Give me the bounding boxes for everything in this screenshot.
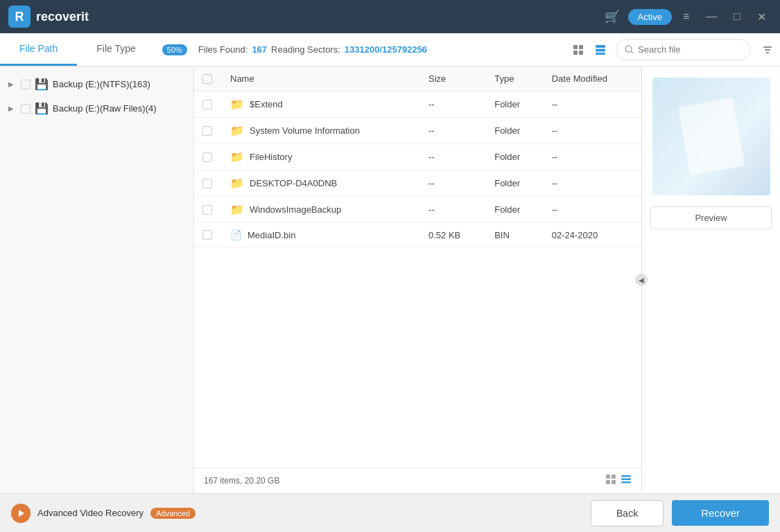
svg-rect-13 (612, 475, 616, 479)
row-size-cell: -- (420, 144, 486, 170)
row-type-cell: BIN (486, 223, 543, 247)
recover-button[interactable]: Recover (672, 500, 769, 526)
svg-rect-18 (621, 481, 631, 484)
svg-rect-4 (596, 45, 605, 48)
row-date-cell: -- (544, 144, 641, 170)
preview-placeholder (677, 98, 744, 175)
progress-badge: 50% (162, 44, 187, 55)
footer-grid-view-button[interactable] (605, 474, 616, 488)
table-row[interactable]: 📁System Volume Information--Folder-- (194, 118, 641, 144)
tree-expand-arrow-raw: ▶ (8, 105, 17, 112)
table-row[interactable]: 📁WindowsImageBackup--Folder-- (194, 197, 641, 223)
file-icon: 📄 (230, 229, 242, 240)
file-list-footer: 167 items, 20.20 GB (194, 468, 641, 493)
row-filename: $Extend (250, 99, 283, 109)
logo-icon: R (8, 6, 31, 28)
row-filename: FileHistory (250, 152, 292, 162)
scan-info: 50% Files Found: 167 Reading Sectors: 13… (155, 33, 434, 66)
folder-icon: 📁 (230, 177, 244, 190)
row-size-cell: -- (420, 118, 486, 144)
svg-rect-6 (596, 53, 605, 55)
footer-items-label: 167 items, 20.20 GB (204, 476, 279, 486)
row-date-cell: -- (544, 91, 641, 118)
select-all-checkbox[interactable] (202, 74, 212, 84)
svg-rect-0 (573, 45, 578, 49)
row-checkbox-cell (194, 197, 222, 223)
sidebar-item-checkbox-raw[interactable] (21, 104, 31, 114)
table-row[interactable]: 📄MediaID.bin0.52 KBBIN02-24-2020 (194, 223, 641, 247)
svg-rect-5 (596, 48, 605, 51)
row-checkbox-cell (194, 91, 222, 118)
file-table: Name Size Type Date Modified 📁$Extend--F… (194, 66, 641, 468)
row-checkbox[interactable] (202, 179, 212, 188)
logo-text: recoverit (36, 10, 89, 24)
row-checkbox[interactable] (202, 100, 212, 109)
close-button[interactable]: ✕ (752, 8, 772, 26)
row-name-cell: 📁$Extend (222, 91, 420, 118)
row-date-cell: -- (544, 170, 641, 197)
sidebar: ▶ 💾 Backup (E:)(NTFS)(163) ▶ 💾 Backup (E… (0, 66, 194, 493)
app-logo: R recoverit (8, 6, 89, 28)
main-content: ▶ 💾 Backup (E:)(NTFS)(163) ▶ 💾 Backup (E… (0, 66, 780, 493)
minimize-button[interactable]: — (700, 8, 722, 26)
advanced-recovery-section: Advanced Video Recovery Advanced (11, 504, 582, 523)
maximize-button[interactable]: □ (728, 8, 746, 26)
row-filename: DESKTOP-D4A0DNB (250, 178, 337, 188)
title-bar: R recoverit 🛒 Active ≡ — □ ✕ (0, 0, 780, 33)
folder-icon: 📁 (230, 98, 244, 111)
sidebar-item-raw[interactable]: ▶ 💾 Backup (E:)(Raw Files)(4) (0, 96, 193, 121)
sidebar-item-label-raw: Backup (E:)(Raw Files)(4) (53, 103, 185, 114)
row-checkbox[interactable] (202, 230, 212, 240)
file-list-panel: Name Size Type Date Modified 📁$Extend--F… (194, 66, 641, 493)
svg-rect-16 (621, 475, 631, 477)
col-date-header: Date Modified (544, 66, 641, 91)
folder-icon: 📁 (230, 150, 244, 163)
row-type-cell: Folder (486, 197, 543, 223)
filter-button[interactable] (755, 33, 780, 66)
svg-rect-14 (606, 480, 610, 484)
title-bar-actions: 🛒 Active ≡ — □ ✕ (602, 6, 772, 27)
row-checkbox[interactable] (202, 205, 212, 215)
active-badge: Active (628, 9, 672, 25)
footer-view-buttons (605, 474, 632, 488)
menu-icon[interactable]: ≡ (677, 8, 695, 26)
row-type-cell: Folder (486, 118, 543, 144)
row-name-cell: 📁DESKTOP-D4A0DNB (222, 170, 420, 197)
row-size-cell: -- (420, 91, 486, 118)
advanced-video-icon (11, 504, 31, 523)
row-filename: System Volume Information (250, 125, 360, 136)
tab-bar: File Path File Type 50% Files Found: 167… (0, 33, 780, 66)
row-checkbox-cell (194, 170, 222, 197)
row-checkbox[interactable] (202, 152, 212, 162)
col-size-header: Size (420, 66, 486, 91)
sidebar-item-checkbox-ntfs[interactable] (21, 80, 31, 89)
row-name-cell: 📁System Volume Information (222, 118, 420, 144)
back-button[interactable]: Back (591, 500, 664, 526)
row-size-cell: -- (420, 170, 486, 197)
svg-line-8 (631, 51, 633, 53)
svg-rect-17 (621, 479, 631, 481)
grid-view-button[interactable] (567, 33, 589, 66)
row-checkbox[interactable] (202, 126, 212, 136)
tab-file-type[interactable]: File Type (77, 33, 155, 66)
sidebar-item-ntfs[interactable]: ▶ 💾 Backup (E:)(NTFS)(163) (0, 72, 193, 96)
drive-icon-ntfs: 💾 (35, 78, 49, 91)
row-date-cell: -- (544, 118, 641, 144)
row-date-cell: -- (544, 197, 641, 223)
row-date-cell: 02-24-2020 (544, 223, 641, 247)
tab-file-path[interactable]: File Path (0, 33, 77, 66)
table-row[interactable]: 📁DESKTOP-D4A0DNB--Folder-- (194, 170, 641, 197)
list-view-button[interactable] (589, 33, 612, 66)
svg-rect-2 (573, 51, 578, 55)
cart-icon[interactable]: 🛒 (602, 6, 623, 27)
footer-list-view-button[interactable] (621, 474, 632, 488)
select-all-header[interactable] (194, 66, 222, 91)
svg-point-7 (625, 46, 632, 52)
svg-rect-15 (612, 480, 616, 484)
svg-rect-3 (579, 51, 583, 55)
table-row[interactable]: 📁FileHistory--Folder-- (194, 144, 641, 170)
preview-button[interactable]: Preview (650, 206, 772, 229)
table-row[interactable]: 📁$Extend--Folder-- (194, 91, 641, 118)
search-input[interactable] (638, 44, 742, 55)
preview-panel-collapse-arrow[interactable]: ◀ (635, 274, 648, 286)
